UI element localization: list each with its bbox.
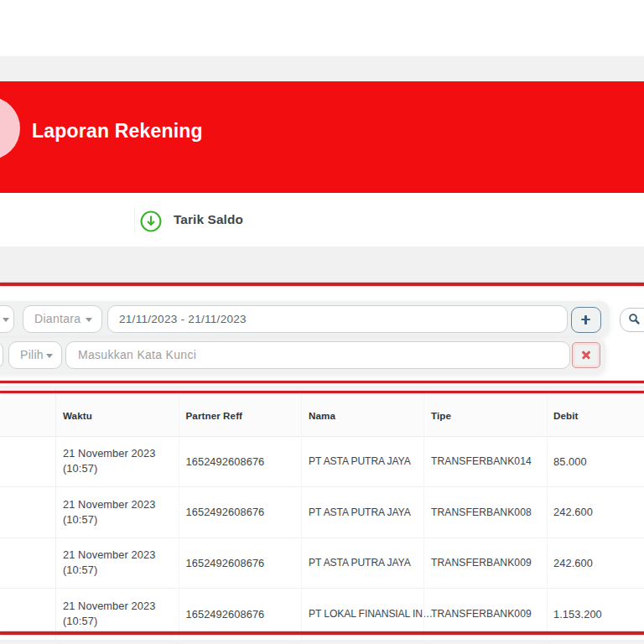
keyword-placeholder: Masukkan Kata Kunci	[78, 342, 196, 369]
waktu-time: (10:57)	[63, 564, 97, 576]
cell-nama: PT ASTA PUTRA JAYA	[309, 538, 411, 589]
actions-toolbar: Tarik Saldo	[0, 193, 644, 247]
column-separator	[55, 389, 56, 641]
column-separator	[301, 389, 302, 641]
cell-nama: PT ASTA PUTRA JAYA	[309, 437, 411, 487]
plus-icon	[581, 315, 590, 325]
column-header-debit: Debit	[553, 394, 578, 438]
period-select[interactable]: Diantara	[23, 305, 102, 334]
add-filter-button[interactable]	[571, 307, 601, 334]
column-separator	[179, 389, 179, 641]
period-select-label: Diantara	[34, 306, 80, 333]
chevron-down-icon	[86, 318, 92, 322]
toolbar-divider	[134, 208, 135, 233]
waktu-time: (10:57)	[63, 513, 97, 526]
page-header-banner: Laporan Rekening	[0, 81, 644, 194]
table-row[interactable]: 21 November 2023(10:57)1652492608676PT A…	[0, 487, 644, 538]
cell-nama: PT ASTA PUTRA JAYA	[309, 487, 411, 538]
cell-debit: 242.600	[553, 538, 593, 589]
waktu-time: (10:57)	[63, 615, 97, 627]
waktu-date: 21 November 2023	[63, 600, 155, 612]
field-select[interactable]: Pilih	[8, 341, 62, 370]
table-header-row: WaktuPartner ReffNamaTipeDebit	[0, 389, 644, 437]
cutoff-select[interactable]	[0, 305, 14, 334]
cell-waktu: 21 November 2023(10:57)	[63, 437, 180, 487]
waktu-time: (10:57)	[63, 462, 97, 475]
page-title: Laporan Rekening	[32, 117, 203, 145]
column-separator	[423, 389, 424, 641]
chevron-down-icon	[3, 318, 9, 322]
cell-partner-reff: 1652492608676	[186, 538, 265, 589]
date-range-input[interactable]: 21/11/2023 - 21/11/2023	[107, 305, 568, 334]
table-row[interactable]: 21 November 2023(10:57)1652492608676PT A…	[0, 538, 644, 589]
clear-filter-button[interactable]	[572, 342, 600, 369]
header-avatar-circle	[0, 96, 20, 160]
search-button[interactable]	[620, 308, 644, 332]
table-row[interactable]: 21 November 2023(10:57)1652492608676PT A…	[0, 437, 644, 488]
column-header-tipe: Tipe	[431, 394, 451, 438]
annotation-line-4	[0, 631, 644, 634]
annotation-line-2	[0, 381, 644, 383]
download-circle-icon[interactable]	[140, 210, 162, 232]
column-header-nama: Nama	[309, 394, 335, 438]
page: Laporan Rekening Tarik Saldo Diantara 21…	[0, 0, 644, 644]
chevron-down-icon	[46, 354, 53, 358]
waktu-date: 21 November 2023	[63, 498, 155, 511]
cell-tipe: TRANSFERBANK008	[431, 487, 532, 538]
cell-tipe: TRANSFERBANK009	[431, 538, 532, 589]
top-white-bar	[0, 0, 644, 56]
cell-debit: 242.600	[553, 487, 593, 538]
keyword-input[interactable]: Masukkan Kata Kunci	[65, 341, 570, 370]
column-header-waktu: Waktu	[63, 394, 92, 438]
annotation-line-3	[0, 391, 644, 393]
cell-debit: 85.000	[553, 437, 587, 487]
annotation-line-1	[0, 283, 644, 285]
cell-partner-reff: 1652492608676	[186, 437, 265, 487]
waktu-date: 21 November 2023	[63, 548, 155, 561]
column-header-partner-reff: Partner Reff	[186, 394, 243, 438]
cell-partner-reff: 1652492608676	[186, 487, 265, 538]
transactions-table: WaktuPartner ReffNamaTipeDebit 21 Novemb…	[0, 389, 644, 641]
date-range-value: 21/11/2023 - 21/11/2023	[119, 306, 247, 333]
cell-waktu: 21 November 2023(10:57)	[63, 487, 180, 538]
x-icon	[581, 351, 590, 360]
waktu-date: 21 November 2023	[63, 447, 155, 460]
tarik-saldo-button[interactable]: Tarik Saldo	[174, 211, 243, 228]
field-select-label: Pilih	[20, 342, 44, 369]
search-icon	[629, 314, 640, 325]
cell-tipe: TRANSFERBANK014	[431, 437, 532, 487]
cell-waktu: 21 November 2023(10:57)	[63, 538, 180, 589]
column-separator	[547, 389, 548, 641]
filter-panel: Diantara 21/11/2023 - 21/11/2023 Pilih M…	[0, 286, 644, 386]
